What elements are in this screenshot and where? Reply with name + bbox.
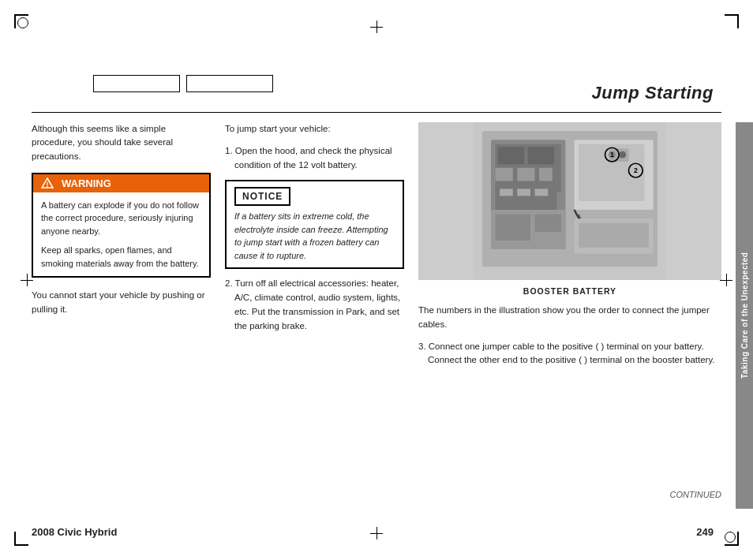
svg-rect-14 bbox=[535, 189, 549, 196]
footer-car-model: 2008 Civic Hybrid bbox=[32, 526, 117, 538]
svg-rect-7 bbox=[528, 147, 554, 164]
warning-body: A battery can explode if you do not foll… bbox=[33, 192, 209, 277]
circle-dot-br bbox=[725, 532, 736, 543]
notice-box: NOTICE If a battery sits in extreme cold… bbox=[225, 180, 404, 269]
content-area: Although this seems like a simple proced… bbox=[32, 122, 721, 509]
footer-page-number: 249 bbox=[696, 526, 714, 538]
warning-text-2: Keep all sparks, open flames, and smokin… bbox=[41, 244, 201, 270]
sidebar-taking-care: Taking Care of the Unexpected bbox=[736, 122, 753, 509]
svg-rect-10 bbox=[539, 168, 553, 181]
cannot-start-text: You cannot start your vehicle by pushing… bbox=[32, 289, 211, 316]
booster-label: BOOSTER BATTERY bbox=[418, 286, 721, 296]
crosshair-right bbox=[720, 274, 732, 286]
mid-column: To jump start your vehicle: 1. Open the … bbox=[225, 122, 418, 509]
step-1: 1. Open the hood, and check the physical… bbox=[225, 144, 404, 173]
step-1-label: 1. bbox=[225, 146, 233, 155]
corner-mark-bl bbox=[14, 532, 28, 546]
crosshair-top bbox=[370, 21, 383, 33]
warning-box: ! WARNING A battery can explode if you d… bbox=[32, 173, 211, 278]
svg-rect-9 bbox=[517, 168, 534, 181]
circle-dot-tl bbox=[17, 17, 28, 28]
header-rule bbox=[32, 112, 721, 113]
svg-rect-13 bbox=[517, 189, 530, 196]
svg-text:1: 1 bbox=[610, 151, 614, 159]
left-column: Although this seems like a simple proced… bbox=[32, 122, 225, 509]
engine-bay-svg: 1 2 bbox=[418, 122, 721, 280]
corner-mark-tr bbox=[725, 14, 739, 28]
right-column: 1 2 BOOSTER BATTERY The numbers in the i… bbox=[418, 122, 721, 509]
svg-text:!: ! bbox=[47, 181, 49, 189]
svg-point-19 bbox=[619, 151, 626, 159]
notice-text: If a battery sits in extreme cold, the e… bbox=[234, 210, 395, 262]
svg-rect-28 bbox=[579, 223, 649, 248]
svg-text:2: 2 bbox=[634, 166, 638, 174]
warning-triangle-icon: ! bbox=[41, 177, 54, 189]
step-2-text: Turn off all electrical accessories: hea… bbox=[234, 278, 400, 330]
svg-rect-25 bbox=[496, 215, 530, 241]
step-2-label: 2. bbox=[225, 278, 233, 288]
step-2: 2. Turn off all electrical accessories: … bbox=[225, 277, 404, 333]
continued-text: CONTINUED bbox=[670, 490, 721, 499]
svg-rect-12 bbox=[500, 189, 513, 196]
intro-text: Although this seems like a simple proced… bbox=[32, 122, 211, 163]
step-3: 3. Connect one jumper cable to the posit… bbox=[418, 340, 721, 368]
jump-steps: To jump start your vehicle: 1. Open the … bbox=[225, 122, 404, 334]
step-3-label: 3. bbox=[418, 342, 426, 351]
warning-header: ! WARNING bbox=[33, 174, 209, 192]
page-header: Jump Starting bbox=[0, 83, 753, 106]
step-3-text: Connect one jumper cable to the positive… bbox=[428, 342, 715, 365]
numbers-text: The numbers in the illustration show you… bbox=[418, 304, 721, 332]
page-title: Jump Starting bbox=[592, 83, 714, 103]
svg-rect-6 bbox=[498, 147, 524, 164]
notice-header: NOTICE bbox=[234, 187, 290, 206]
svg-rect-26 bbox=[535, 215, 561, 232]
battery-image: 1 2 bbox=[418, 122, 721, 280]
jump-intro: To jump start your vehicle: bbox=[225, 122, 404, 136]
step-1-text: Open the hood, and check the physical co… bbox=[234, 146, 392, 170]
warning-text-1: A battery can explode if you do not foll… bbox=[41, 199, 201, 238]
svg-rect-8 bbox=[496, 168, 513, 181]
footer: 2008 Civic Hybrid 249 bbox=[32, 526, 714, 538]
warning-label: WARNING bbox=[62, 177, 111, 189]
